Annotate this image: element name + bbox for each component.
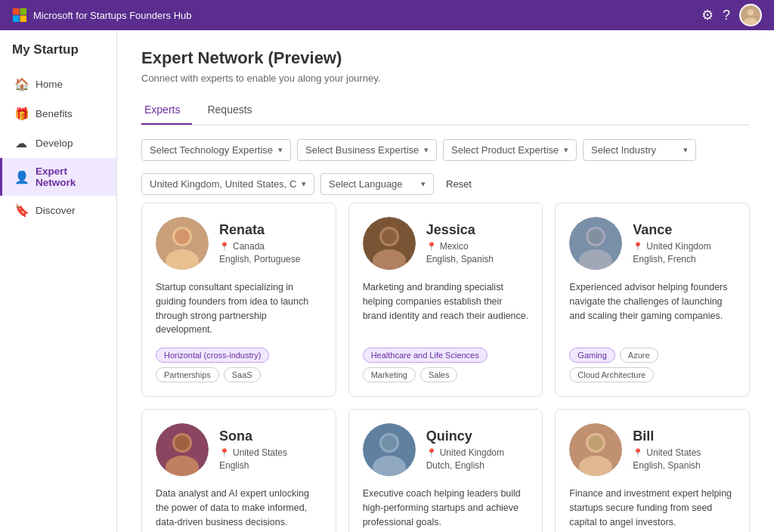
sidebar-title: My Startup	[0, 42, 116, 70]
expert-tags: Horizontal (cross-industry)PartnershipsS…	[156, 348, 322, 382]
expert-languages: English, Spanish	[426, 254, 494, 264]
expert-location-text: United States	[646, 447, 701, 458]
help-icon[interactable]: ?	[723, 8, 730, 23]
topbar: Microsoft for Startups Founders Hub ⚙ ?	[0, 0, 774, 30]
language-filter[interactable]: Select Language ▾	[320, 173, 434, 195]
sidebar-item-label: Develop	[36, 138, 73, 149]
ms-logo-icon	[12, 8, 27, 23]
filters-row2: United Kingdom, United States, C ▾ Selec…	[141, 173, 750, 195]
expert-avatar	[363, 423, 416, 476]
expert-bio: Data analyst and AI expert unlocking the…	[156, 487, 322, 529]
sidebar-item-label: Home	[36, 79, 63, 90]
expert-avatar	[156, 217, 209, 270]
svg-rect-2	[13, 16, 20, 23]
product-filter[interactable]: Select Product Expertise ▾	[443, 139, 577, 161]
expert-location-text: United States	[233, 447, 287, 458]
expert-name: Bill	[633, 428, 701, 444]
sidebar-item-expert-network[interactable]: 👤 Expert Network	[0, 158, 116, 196]
location-pin-icon: 📍	[426, 242, 437, 252]
expert-location: 📍 Canada	[219, 241, 300, 252]
expert-card-bill[interactable]: Bill 📍 United States English, Spanish Fi…	[555, 409, 750, 532]
expert-languages: English, French	[633, 254, 711, 264]
expert-card-quincy[interactable]: Quincy 📍 United Kingdom Dutch, English E…	[348, 409, 543, 532]
expert-languages: English, Spanish	[633, 460, 701, 471]
expert-tag: Horizontal (cross-industry)	[156, 348, 269, 363]
tab-experts[interactable]: Experts	[141, 97, 192, 125]
expert-card-sona[interactable]: Sona 📍 United States English Data analys…	[141, 409, 336, 532]
expert-location-text: United Kingdom	[646, 241, 711, 252]
topbar-title: Microsoft for Startups Founders Hub	[33, 10, 192, 21]
page-subtitle: Connect with experts to enable you along…	[141, 73, 750, 84]
svg-point-18	[588, 229, 603, 244]
discover-icon: 🔖	[14, 203, 28, 218]
expert-header: Bill 📍 United States English, Spanish	[569, 423, 735, 476]
expert-avatar	[569, 217, 622, 270]
expert-tag: Gaming	[569, 348, 615, 363]
expert-location-text: Canada	[233, 241, 265, 252]
expert-tag: Marketing	[363, 367, 416, 382]
expert-location: 📍 United States	[219, 447, 287, 458]
sidebar-item-discover[interactable]: 🔖 Discover	[0, 196, 116, 225]
language-select[interactable]: Select Language	[329, 178, 416, 190]
sidebar-item-develop[interactable]: ☁ Develop	[0, 128, 116, 158]
main-content: Expert Network (Preview) Connect with ex…	[117, 30, 774, 532]
expert-tags: Healthcare and Life SciencesMarketingSal…	[363, 348, 529, 382]
sidebar-item-label: Expert Network	[36, 165, 104, 188]
chevron-down-icon: ▾	[424, 145, 429, 155]
sidebar-item-benefits[interactable]: 🎁 Benefits	[0, 99, 116, 128]
location-pin-icon: 📍	[633, 242, 643, 252]
svg-rect-1	[20, 8, 27, 15]
expert-bio: Finance and investment expert helping st…	[569, 487, 735, 529]
expert-card-vance[interactable]: Vance 📍 United Kingdom English, French E…	[555, 203, 750, 397]
sidebar-item-label: Discover	[36, 205, 76, 216]
expert-location: 📍 United Kingdom	[426, 447, 504, 458]
location-select[interactable]: United Kingdom, United States, C	[150, 178, 297, 190]
industry-select[interactable]: Select Industry	[591, 144, 679, 156]
svg-point-14	[382, 229, 397, 244]
svg-point-22	[175, 435, 190, 450]
expert-header: Sona 📍 United States English	[156, 423, 322, 476]
expert-bio: Experienced advisor helping founders nav…	[569, 280, 735, 337]
expert-info: Jessica 📍 Mexico English, Spanish	[426, 217, 494, 270]
chevron-down-icon: ▾	[683, 145, 688, 155]
product-select[interactable]: Select Product Expertise	[451, 144, 559, 156]
sidebar: My Startup 🏠 Home 🎁 Benefits ☁ Develop 👤…	[0, 30, 117, 532]
expert-tag: Healthcare and Life Sciences	[363, 348, 488, 363]
filters-row1: Select Technology Expertise ▾ Select Bus…	[141, 139, 750, 161]
expert-header: Vance 📍 United Kingdom English, French	[569, 217, 735, 270]
svg-rect-3	[20, 16, 27, 23]
svg-point-26	[382, 435, 397, 450]
settings-icon[interactable]: ⚙	[701, 7, 714, 23]
location-pin-icon: 📍	[219, 448, 230, 458]
reset-button[interactable]: Reset	[440, 174, 478, 194]
tab-requests[interactable]: Requests	[204, 97, 264, 125]
technology-select[interactable]: Select Technology Expertise	[150, 144, 274, 156]
expert-languages: Dutch, English	[426, 460, 504, 471]
user-avatar[interactable]	[739, 4, 762, 26]
topbar-left: Microsoft for Startups Founders Hub	[12, 8, 192, 23]
industry-filter[interactable]: Select Industry ▾	[583, 139, 696, 161]
location-filter[interactable]: United Kingdom, United States, C ▾	[141, 173, 314, 195]
expert-card-jessica[interactable]: Jessica 📍 Mexico English, Spanish Market…	[348, 203, 543, 397]
sidebar-item-label: Benefits	[36, 108, 73, 119]
expert-card-renata[interactable]: Renata 📍 Canada English, Portuguese Star…	[141, 203, 336, 397]
expert-network-icon: 👤	[14, 170, 28, 184]
location-pin-icon: 📍	[633, 448, 643, 458]
expert-tag: Cloud Architecture	[569, 367, 654, 382]
expert-tag: Azure	[620, 348, 658, 363]
chevron-down-icon: ▾	[302, 179, 306, 189]
expert-avatar	[569, 423, 622, 476]
expert-avatar	[156, 423, 209, 476]
expert-languages: English, Portuguese	[219, 254, 300, 264]
expert-name: Quincy	[426, 428, 504, 444]
business-filter[interactable]: Select Business Expertise ▾	[297, 139, 437, 161]
business-select[interactable]: Select Business Expertise	[305, 144, 420, 156]
expert-grid: Renata 📍 Canada English, Portuguese Star…	[141, 203, 750, 532]
expert-location-text: Mexico	[440, 241, 469, 252]
expert-languages: English	[219, 460, 287, 471]
location-pin-icon: 📍	[426, 448, 437, 458]
location-pin-icon: 📍	[219, 242, 230, 252]
technology-filter[interactable]: Select Technology Expertise ▾	[141, 139, 291, 161]
sidebar-item-home[interactable]: 🏠 Home	[0, 70, 116, 99]
expert-info: Renata 📍 Canada English, Portuguese	[219, 217, 300, 270]
